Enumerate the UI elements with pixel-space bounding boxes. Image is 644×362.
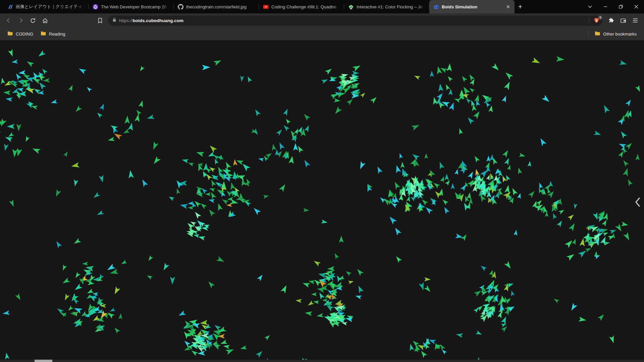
tab-codingtrain-starfield[interactable]: thecodingtrain.com/starfield.jpg [174, 0, 259, 13]
bookmark-label: CODING [16, 32, 33, 37]
forward-icon[interactable] [15, 15, 26, 26]
tab-title: thecodingtrain.com/starfield.jpg [186, 4, 256, 9]
urlbar-divider [589, 17, 589, 23]
home-icon[interactable] [40, 15, 50, 26]
tab-title: The Web Developer Bootcamp 20 [101, 4, 170, 9]
folder-icon [41, 31, 46, 37]
menu-hamburger-icon[interactable] [630, 15, 641, 26]
tab-close-icon[interactable] [505, 4, 511, 10]
other-bookmarks-folder[interactable]: Other bookmarks [592, 30, 639, 38]
folder-icon [595, 31, 600, 37]
lock-icon [112, 17, 116, 23]
bookmarks-divider [588, 31, 589, 37]
boids-simulation-page [0, 40, 644, 362]
boids-cube-icon [433, 4, 439, 10]
horizontal-scrollbar-thumb[interactable] [35, 360, 52, 362]
reload-icon[interactable] [28, 15, 38, 26]
tab-web-dev-bootcamp[interactable]: The Web Developer Bootcamp 20 [89, 0, 174, 13]
tabstrip-spacer [526, 0, 582, 13]
extensions-puzzle-icon[interactable] [606, 15, 616, 26]
url-bar[interactable]: https:// boids.cubedhuang.com 3 [108, 15, 602, 26]
boids-canvas[interactable] [0, 40, 644, 362]
new-tab-button[interactable]: + [515, 0, 526, 13]
bookmarks-bar: CODING Reading Other bookmarks [0, 27, 644, 40]
tab-strip: 画像とレイアウト｜クリエイティブコーデ The Web Developer Bo… [0, 0, 644, 13]
blue-slashes-icon [7, 4, 13, 10]
bookmark-folder-reading[interactable]: Reading [38, 30, 68, 38]
window-minimize-button[interactable] [598, 0, 613, 13]
panel-expand-chevron-icon[interactable] [633, 196, 642, 208]
one-up-mushroom-icon [348, 4, 354, 10]
bookmark-label: Reading [49, 32, 65, 37]
brave-wallet-icon[interactable] [618, 15, 629, 26]
github-icon [178, 4, 183, 10]
other-bookmarks-label: Other bookmarks [603, 32, 637, 37]
tab-search-chevron-icon[interactable] [582, 0, 598, 13]
window-close-button[interactable] [629, 0, 644, 13]
bookmark-folder-coding[interactable]: CODING [5, 30, 36, 38]
url-host: boids.cubedhuang.com [133, 18, 184, 23]
url-scheme: https:// [119, 18, 133, 23]
tab-boids-simulation[interactable]: Boids Simulation [429, 0, 515, 13]
sidebar-bookmark-icon[interactable] [95, 15, 105, 26]
tab-title: Interactive #1: Color Flocking – Je [357, 4, 426, 9]
udemy-icon [93, 4, 98, 10]
brave-shield-icon[interactable]: 3 [592, 16, 600, 24]
window-restore-button[interactable] [613, 0, 629, 13]
shield-badge-count: 3 [598, 15, 602, 20]
folder-icon [7, 31, 13, 37]
navigation-toolbar: https:// boids.cubedhuang.com 3 [0, 13, 644, 27]
tab-coding-challenge-quadtree[interactable]: Coding Challenge #98.1: Quadtre [259, 0, 344, 13]
tab-title: Coding Challenge #98.1: Quadtre [271, 4, 341, 9]
tabs-container: 画像とレイアウト｜クリエイティブコーデ The Web Developer Bo… [0, 0, 515, 13]
youtube-icon [263, 4, 269, 10]
horizontal-scrollbar-track[interactable] [0, 360, 644, 362]
tab-creative-coding[interactable]: 画像とレイアウト｜クリエイティブコーデ [3, 0, 89, 13]
tab-title: 画像とレイアウト｜クリエイティブコーデ [16, 4, 85, 10]
tab-title: Boids Simulation [442, 4, 502, 9]
back-icon[interactable] [3, 15, 14, 26]
tab-color-flocking[interactable]: Interactive #1: Color Flocking – Je [344, 0, 429, 13]
